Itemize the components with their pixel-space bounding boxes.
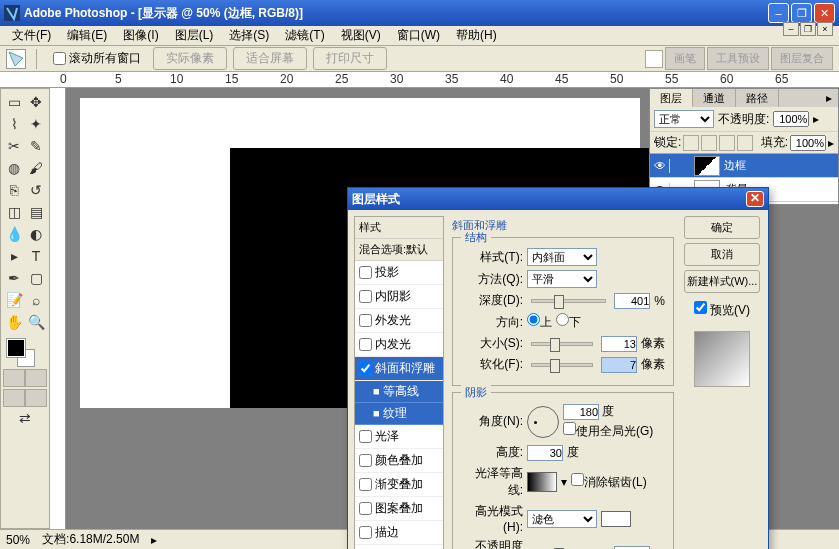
palette-tab-tool-presets[interactable]: 工具预设 (707, 47, 769, 70)
soften-input[interactable] (601, 357, 637, 373)
jump-to-imageready[interactable]: ⇄ (3, 407, 47, 429)
quickmask-mode[interactable] (25, 369, 47, 387)
tool-preset-icon[interactable] (6, 49, 26, 69)
close-button[interactable]: ✕ (814, 3, 835, 23)
size-input[interactable] (601, 336, 637, 352)
blend-mode-select[interactable]: 正常 (654, 110, 714, 128)
palette-tab-layer-comps[interactable]: 图层复合 (771, 47, 833, 70)
status-arrow-icon[interactable]: ▸ (151, 533, 157, 547)
screen-mode-2[interactable] (25, 389, 47, 407)
crop-tool[interactable]: ✂ (3, 135, 25, 157)
effect-bevel-emboss[interactable]: 斜面和浮雕 (355, 357, 443, 381)
size-slider[interactable] (531, 342, 593, 346)
direction-down-radio[interactable]: 下 (556, 313, 581, 331)
marquee-tool[interactable]: ▭ (3, 91, 25, 113)
altitude-input[interactable] (527, 445, 563, 461)
preview-checkbox[interactable]: 预览(V) (694, 301, 750, 319)
menu-edit[interactable]: 编辑(E) (59, 25, 115, 46)
tab-layers[interactable]: 图层 (650, 89, 693, 107)
new-style-button[interactable]: 新建样式(W)... (684, 270, 760, 293)
history-brush-tool[interactable]: ↺ (25, 179, 47, 201)
eyedropper-tool[interactable]: ⌕ (25, 289, 47, 311)
highlight-color[interactable] (601, 511, 631, 527)
gloss-contour[interactable] (527, 472, 557, 492)
type-tool[interactable]: T (25, 245, 47, 267)
doc-close-button[interactable]: × (817, 22, 833, 36)
file-browser-icon[interactable] (645, 50, 663, 68)
ok-button[interactable]: 确定 (684, 216, 760, 239)
menu-help[interactable]: 帮助(H) (448, 25, 505, 46)
layer-item[interactable]: 👁 边框 (650, 154, 838, 178)
effect-texture[interactable]: ■ 纹理 (355, 403, 443, 425)
menu-select[interactable]: 选择(S) (221, 25, 277, 46)
notes-tool[interactable]: 📝 (3, 289, 25, 311)
highlight-opacity-input[interactable] (614, 546, 650, 550)
soften-slider[interactable] (531, 363, 593, 367)
zoom-tool[interactable]: 🔍 (25, 311, 47, 333)
angle-input[interactable] (563, 404, 599, 420)
effect-stroke[interactable]: 描边 (355, 521, 443, 545)
blur-tool[interactable]: 💧 (3, 223, 25, 245)
layer-thumbnail[interactable] (694, 156, 720, 176)
minimize-button[interactable]: – (768, 3, 789, 23)
lock-all-icon[interactable] (737, 135, 753, 151)
effect-outer-glow[interactable]: 外发光 (355, 309, 443, 333)
maximize-button[interactable]: ❐ (791, 3, 812, 23)
fit-screen-button[interactable]: 适合屏幕 (233, 47, 307, 70)
menu-file[interactable]: 文件(F) (4, 25, 59, 46)
menu-window[interactable]: 窗口(W) (389, 25, 448, 46)
fill-input[interactable] (790, 135, 826, 151)
brush-tool[interactable]: 🖌 (25, 157, 47, 179)
depth-input[interactable] (614, 293, 650, 309)
move-tool[interactable]: ✥ (25, 91, 47, 113)
healing-brush-tool[interactable]: ◍ (3, 157, 25, 179)
effect-inner-glow[interactable]: 内发光 (355, 333, 443, 357)
panel-menu-icon[interactable]: ▸ (820, 89, 838, 107)
menu-image[interactable]: 图像(I) (115, 25, 166, 46)
print-size-button[interactable]: 打印尺寸 (313, 47, 387, 70)
dodge-tool[interactable]: ◐ (25, 223, 47, 245)
actual-pixels-button[interactable]: 实际像素 (153, 47, 227, 70)
cancel-button[interactable]: 取消 (684, 243, 760, 266)
technique-select[interactable]: 平滑 (527, 270, 597, 288)
effect-pattern-overlay[interactable]: 图案叠加 (355, 497, 443, 521)
gradient-tool[interactable]: ▤ (25, 201, 47, 223)
depth-slider[interactable] (531, 299, 606, 303)
zoom-display[interactable]: 50% (6, 533, 30, 547)
dialog-close-button[interactable]: ✕ (746, 191, 764, 207)
fill-arrow-icon[interactable]: ▸ (828, 136, 834, 150)
visibility-toggle[interactable]: 👁 (650, 159, 670, 173)
lock-transparency-icon[interactable] (683, 135, 699, 151)
direction-up-radio[interactable]: 上 (527, 313, 552, 331)
eraser-tool[interactable]: ◫ (3, 201, 25, 223)
opacity-arrow-icon[interactable]: ▸ (813, 112, 819, 126)
standard-mode[interactable] (3, 369, 25, 387)
tab-channels[interactable]: 通道 (693, 89, 736, 107)
doc-restore-button[interactable]: ❐ (800, 22, 816, 36)
tab-paths[interactable]: 路径 (736, 89, 779, 107)
effect-gradient-overlay[interactable]: 渐变叠加 (355, 473, 443, 497)
menu-view[interactable]: 视图(V) (333, 25, 389, 46)
foreground-color[interactable] (7, 339, 25, 357)
magic-wand-tool[interactable]: ✦ (25, 113, 47, 135)
antialias-checkbox[interactable]: 消除锯齿(L) (571, 473, 647, 491)
lock-position-icon[interactable] (719, 135, 735, 151)
global-light-checkbox[interactable]: 使用全局光(G) (563, 422, 653, 440)
shape-tool[interactable]: ▢ (25, 267, 47, 289)
screen-mode-1[interactable] (3, 389, 25, 407)
gloss-arrow-icon[interactable]: ▾ (561, 475, 567, 489)
menu-layer[interactable]: 图层(L) (167, 25, 222, 46)
effect-contour[interactable]: ■ 等高线 (355, 381, 443, 403)
effect-inner-shadow[interactable]: 内阴影 (355, 285, 443, 309)
menu-filter[interactable]: 滤镜(T) (277, 25, 332, 46)
effect-color-overlay[interactable]: 颜色叠加 (355, 449, 443, 473)
opacity-input[interactable] (773, 111, 809, 127)
styles-header[interactable]: 样式 (355, 217, 443, 239)
path-selection-tool[interactable]: ▸ (3, 245, 25, 267)
blending-options[interactable]: 混合选项:默认 (355, 239, 443, 261)
angle-wheel[interactable] (527, 406, 559, 438)
style-select[interactable]: 内斜面 (527, 248, 597, 266)
effect-satin[interactable]: 光泽 (355, 425, 443, 449)
dialog-titlebar[interactable]: 图层样式 ✕ (348, 188, 768, 210)
hand-tool[interactable]: ✋ (3, 311, 25, 333)
